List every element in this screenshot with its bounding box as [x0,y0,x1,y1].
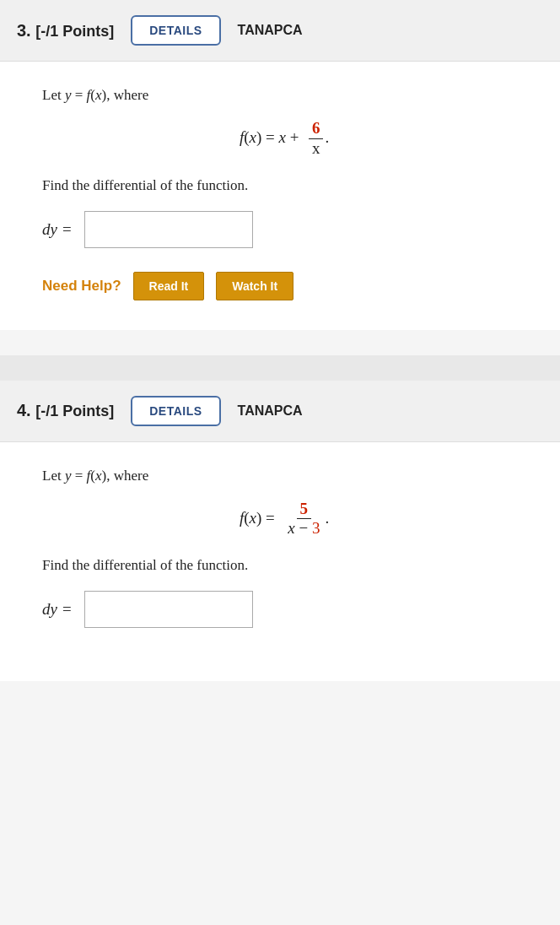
problem-4-number: 4. [-/1 Points] [17,401,114,420]
problem-3-number: 3. [-/1 Points] [17,21,114,41]
problem-3-block: 3. [-/1 Points] DETAILS TANAPCA Let y = … [0,0,560,330]
problem-3-need-help-label: Need Help? [42,278,121,295]
problem-3-intro: Let y = f(x), where [42,87,526,104]
problem-3-formula: f(x) = x + 6 x . [42,119,526,159]
problem-3-dy-input[interactable] [84,211,253,248]
problem-4-tanapca: TANAPCA [238,403,303,419]
problem-3-body: Let y = f(x), where f(x) = x + 6 x . Fin… [0,62,560,330]
problem-4-dy-input[interactable] [84,591,253,628]
problem-3-dy-label: dy = [42,220,73,239]
problem-4-find: Find the differential of the function. [42,557,526,574]
problem-4-numerator: 5 [297,500,312,520]
problem-4-details-button[interactable]: DETAILS [131,396,220,426]
problem-4-formula: f(x) = 5 x − 3 . [42,500,526,539]
problem-4-header: 4. [-/1 Points] DETAILS TANAPCA [0,381,560,442]
problem-4-dy-label: dy = [42,600,73,619]
problem-3-dy-row: dy = [42,211,526,248]
problem-3-numerator: 6 [309,119,324,139]
problem-4-denominator: x − 3 [284,519,323,538]
problem-4-dy-row: dy = [42,591,526,628]
problem-3-details-button[interactable]: DETAILS [131,15,220,46]
problem-3-denominator: x [309,139,324,159]
problem-3-header: 3. [-/1 Points] DETAILS TANAPCA [0,0,560,62]
problem-4-body: Let y = f(x), where f(x) = 5 x − 3 . Fin… [0,442,560,682]
problem-3-find: Find the differential of the function. [42,177,526,194]
separator [0,355,560,381]
problem-3-watch-it-button[interactable]: Watch It [216,272,293,300]
problem-4-intro: Let y = f(x), where [42,468,526,484]
problem-3-need-help-row: Need Help? Read It Watch It [42,272,526,300]
problem-4-block: 4. [-/1 Points] DETAILS TANAPCA Let y = … [0,381,560,682]
problem-3-read-it-button[interactable]: Read It [133,272,205,300]
problem-3-tanapca: TANAPCA [238,23,303,38]
